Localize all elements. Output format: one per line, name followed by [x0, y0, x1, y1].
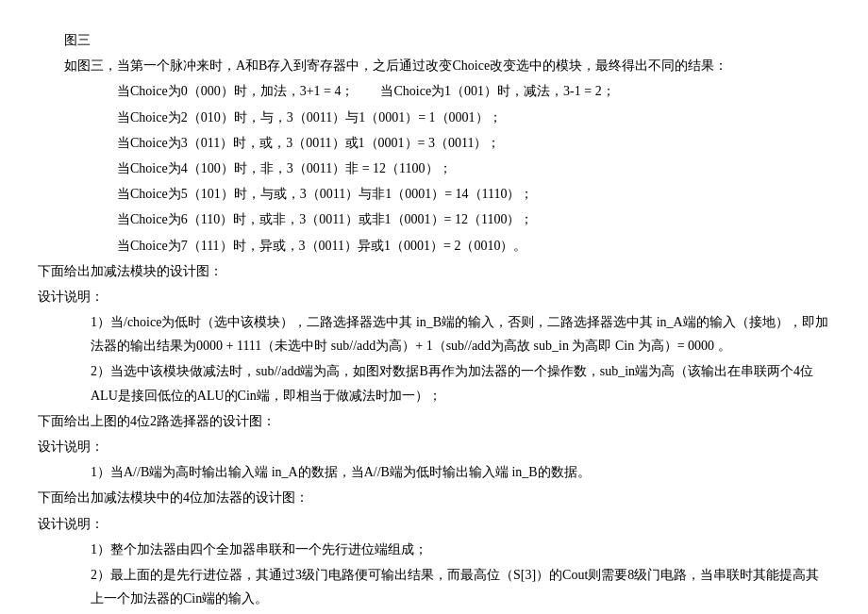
fig-title: 图三	[38, 28, 830, 52]
choice-line-0: 当Choice为0（000）时，加法，3+1 = 4； 当Choice为1（00…	[38, 79, 830, 103]
choice-line-4: 当Choice为5（101）时，与或，3（0011）与非1（0001）= 14（…	[38, 182, 830, 206]
mux-desc-item-0: 1）当/choice为低时（选中该模块），二路选择器选中其 in_B端的输入，否…	[38, 310, 830, 357]
mux2-desc-title: 设计说明：	[38, 435, 830, 458]
adder-desc-item-1: 2）最上面的是先行进位器，其通过3级门电路便可输出结果，而最高位（S[3]）的C…	[38, 563, 830, 610]
mux-desc-title: 设计说明：	[38, 285, 830, 308]
choice-line-3: 当Choice为4（100）时，非，3（0011）非 = 12（1100）；	[38, 157, 830, 180]
choice-line-1: 当Choice为2（010）时，与，3（0011）与1（0001）= 1（000…	[38, 106, 830, 129]
adder-desc-title: 设计说明：	[38, 512, 830, 536]
choice-line-2: 当Choice为3（011）时，或，3（0011）或1（0001）= 3（001…	[38, 131, 830, 155]
adder-title: 下面给出加减法模块中的4位加法器的设计图：	[38, 486, 830, 509]
mux2-desc-item-0: 1）当A//B端为高时输出输入端 in_A的数据，当A//B端为低时输出输入端 …	[38, 460, 830, 484]
intro-line: 如图三，当第一个脉冲来时，A和B存入到寄存器中，之后通过改变Choice改变选中…	[38, 54, 830, 77]
mux-title: 下面给出加减法模块的设计图：	[38, 259, 830, 283]
adder-desc-item-0: 1）整个加法器由四个全加器串联和一个先行进位端组成；	[38, 538, 830, 561]
choice-line-5: 当Choice为6（110）时，或非，3（0011）或非1（0001）= 12（…	[38, 207, 830, 231]
main-content: 图三 如图三，当第一个脉冲来时，A和B存入到寄存器中，之后通过改变Choice改…	[38, 28, 830, 614]
mux-desc-item-1: 2）当选中该模块做减法时，sub//add端为高，如图对数据B再作为加法器的一个…	[38, 359, 830, 407]
mux2-title: 下面给出上图的4位2路选择器的设计图：	[38, 409, 830, 433]
choice-line-6: 当Choice为7（111）时，异或，3（0011）异或1（0001）= 2（0…	[38, 234, 830, 257]
